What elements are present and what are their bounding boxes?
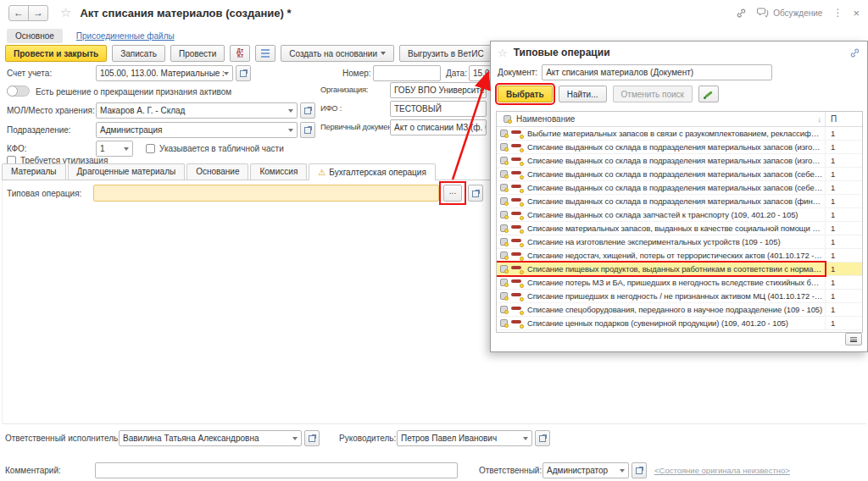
cancel-search-button[interactable]: Отменить поиск: [613, 86, 693, 102]
chevron-down-icon[interactable]: [288, 129, 293, 132]
list-row[interactable]: Списание недостач, хищений, потерь от те…: [497, 249, 862, 263]
list-row[interactable]: Списание выданных со склада в подразделе…: [497, 141, 862, 154]
find-button[interactable]: Найти...: [559, 86, 607, 102]
date-label: Дата:: [446, 65, 467, 81]
account-open-button[interactable]: [236, 65, 251, 81]
operation-period: 1: [825, 195, 862, 207]
row-main: Списание материальных запасов, выданных …: [497, 222, 825, 235]
operation-icon: [511, 157, 522, 164]
tab-basis[interactable]: Основание: [186, 163, 248, 180]
tab-materials[interactable]: Материалы: [2, 163, 66, 180]
primary-doc-field[interactable]: Акт о списании МЗ (ф. 0510460) (: [390, 119, 487, 135]
account-value: 105.00, 113.00. Материальные запасы, Би: [100, 69, 224, 78]
open-icon: [304, 107, 312, 114]
edit-button[interactable]: [698, 86, 719, 102]
list-row[interactable]: Списание выданных со склада в подразделе…: [497, 181, 862, 195]
organization-field[interactable]: ГОБУ ВПО Университет искусств: [390, 82, 487, 98]
document-structure-button[interactable]: [255, 45, 275, 62]
list-row[interactable]: Списание выданных со склада в подразделе…: [497, 168, 862, 181]
get-link-icon[interactable]: [736, 8, 747, 19]
ifo-field[interactable]: ТЕСТОВЫЙ: [390, 101, 487, 117]
list-row[interactable]: Списание материальных запасов, выданных …: [497, 222, 862, 235]
chevron-down-icon[interactable]: [620, 469, 625, 473]
popup-document-field[interactable]: Акт списания материалов (Документ): [542, 64, 772, 80]
list-row[interactable]: Списание на изготовление экспериментальн…: [497, 235, 862, 249]
post-and-close-button[interactable]: Провести и закрыть: [5, 45, 107, 62]
typical-operation-open-button[interactable]: [468, 185, 483, 202]
pen-icon: [704, 90, 713, 99]
scroll-to-end-button[interactable]: [845, 333, 862, 346]
number-label: Номер:: [342, 65, 371, 81]
comment-field[interactable]: [95, 462, 458, 478]
list-row[interactable]: Списание ценных подарков (сувенирной про…: [497, 317, 862, 330]
close-icon[interactable]: ×: [853, 7, 860, 19]
typical-operation-choose-button[interactable]: ...: [443, 185, 462, 202]
post-button[interactable]: Провести: [170, 45, 225, 62]
operation-icon: [511, 279, 522, 286]
discussion-button[interactable]: Обсуждение: [757, 8, 822, 18]
predefined-icon: [500, 306, 508, 313]
derecognition-toggle[interactable]: [7, 86, 30, 97]
popup-header: ☆ Типовые операции: [491, 41, 867, 64]
list-row[interactable]: Списание выданных со склада в подразделе…: [497, 154, 862, 168]
manager-field[interactable]: Петров Павел Иванович: [397, 430, 532, 446]
mol-field[interactable]: Макаров А. Г. - Склад: [96, 102, 298, 119]
operation-name: Списание выданных со склада запчастей к …: [527, 210, 825, 219]
vetis-export-button[interactable]: Выгрузить в ВетИС: [399, 45, 492, 62]
operation-icon: [511, 238, 522, 246]
predefined-icon: [500, 157, 508, 164]
mol-open-button[interactable]: [300, 102, 315, 119]
operation-name: Списание материальных запасов, выданных …: [527, 224, 825, 233]
tab-main[interactable]: Основное: [7, 29, 63, 43]
list-row[interactable]: Списание пришедших в негодность / не при…: [497, 290, 862, 303]
chevron-down-icon: [381, 52, 386, 55]
manager-open-button[interactable]: [535, 430, 550, 446]
typical-operation-field[interactable]: [93, 185, 439, 202]
list-row[interactable]: Списание спецоборудования, переданного в…: [497, 303, 862, 317]
chevron-down-icon[interactable]: [124, 147, 129, 151]
select-button[interactable]: Выбрать: [498, 86, 553, 102]
get-link-icon[interactable]: [849, 47, 860, 58]
more-menu-icon[interactable]: ⋮: [832, 7, 843, 19]
list-row[interactable]: Списание выданных со склада запчастей к …: [497, 208, 862, 222]
responsible-open-button[interactable]: [632, 462, 647, 478]
name-column-header[interactable]: Наименование ↓: [497, 114, 825, 124]
list-row[interactable]: Списание пищевых продуктов, выданных раб…: [497, 263, 862, 276]
operation-period: 1: [825, 168, 862, 180]
responsible-executor-field[interactable]: Вавилина Татьяна Александровна: [119, 430, 302, 446]
back-button[interactable]: ←: [8, 5, 29, 21]
tab-commission[interactable]: Комиссия: [250, 163, 307, 180]
tab-precious-materials[interactable]: Драгоценные материалы: [68, 163, 186, 180]
favorite-star-icon[interactable]: ☆: [60, 5, 71, 20]
chevron-down-icon[interactable]: [292, 437, 298, 440]
operations-list-header[interactable]: Наименование ↓ П: [497, 112, 862, 127]
open-icon: [240, 69, 248, 77]
forward-button[interactable]: →: [28, 5, 48, 21]
operation-name: Списание потерь МЗ и БА, пришедших в нег…: [527, 278, 825, 287]
chevron-down-icon[interactable]: [224, 72, 229, 75]
original-state-link[interactable]: <Состояние оригинала неизвестно>: [654, 462, 790, 478]
tab-accounting-operation[interactable]: ⚠ Бухгалтерская операция: [309, 163, 435, 180]
account-field[interactable]: 105.00, 113.00. Материальные запасы, Би: [96, 65, 233, 81]
operation-name: Списание выданных со склада в подразделе…: [527, 156, 825, 165]
write-button[interactable]: Записать: [112, 45, 165, 62]
operation-period: 1: [825, 263, 862, 275]
period-column-header[interactable]: П: [825, 112, 862, 126]
manager-value: Петров Павел Иванович: [401, 434, 497, 443]
favorite-star-icon[interactable]: ☆: [498, 47, 508, 59]
create-on-base-button[interactable]: Создать на основании: [281, 45, 394, 62]
number-field[interactable]: [373, 65, 441, 81]
chevron-down-icon[interactable]: [288, 109, 293, 113]
responsible-field[interactable]: Администратор: [542, 462, 629, 478]
list-row[interactable]: Списание выданных со склада в подразделе…: [497, 195, 862, 208]
list-row[interactable]: Выбытие материальных запасов в связи с р…: [497, 127, 862, 141]
list-row[interactable]: Списание потерь МЗ и БА, пришедших в нег…: [497, 276, 862, 290]
department-field[interactable]: Администрация: [96, 122, 298, 138]
ifo-label: ИФО :: [320, 101, 342, 117]
kfo-in-table-checkbox[interactable]: [146, 144, 155, 153]
department-open-button[interactable]: [300, 122, 315, 138]
responsible-executor-open-button[interactable]: [304, 430, 320, 446]
chevron-down-icon[interactable]: [523, 437, 528, 440]
tab-attached-files[interactable]: Присоединенные файлы: [76, 31, 175, 41]
dt-kt-button[interactable]: ДтКт: [230, 45, 250, 62]
